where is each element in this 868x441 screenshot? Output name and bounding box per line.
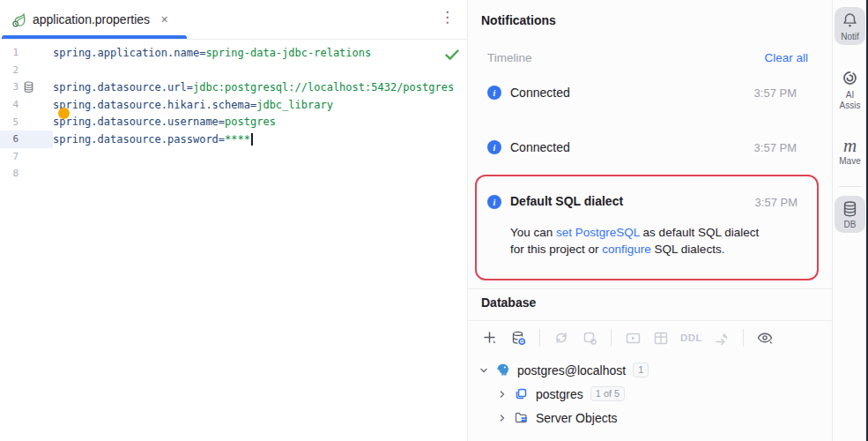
code-line: 3 spring.datasource.url=jdbc:postgresql:…	[0, 78, 467, 96]
body-text: as default SQL dialect	[640, 226, 759, 239]
code-line: 1spring.application.name=spring-data-jdb…	[0, 44, 467, 62]
body-text: SQL dialects.	[651, 243, 725, 256]
datasource-gutter-icon[interactable]	[23, 81, 34, 93]
inspection-warning-dot-icon[interactable]	[58, 108, 70, 119]
tree-row-database[interactable]: postgres 1 of 5	[468, 382, 832, 406]
code-line: 5spring.datasource.username=postgres	[0, 113, 467, 131]
configure-link[interactable]: configure	[602, 243, 651, 256]
chevron-right-icon[interactable]	[498, 414, 507, 422]
query-console-button[interactable]	[624, 329, 642, 347]
maven-m-icon: m	[843, 137, 857, 154]
tab-close-icon[interactable]: ✕	[160, 14, 168, 26]
info-icon: i	[487, 86, 501, 100]
property-value: jdbc_library	[256, 99, 333, 111]
notification-time: 3:57 PM	[754, 141, 797, 154]
line-number: 4	[0, 96, 19, 114]
editor-options-kebab-icon[interactable]: ⋮	[440, 10, 455, 25]
stripe-divider	[839, 186, 861, 187]
property-key: spring.datasource.url=	[53, 81, 193, 93]
timeline-label: Timeline	[487, 51, 532, 64]
jump-to-source-button[interactable]	[713, 329, 731, 347]
stripe-label: DB	[844, 220, 857, 229]
ddl-button[interactable]: DDL	[680, 333, 702, 343]
line-number: 8	[0, 165, 19, 183]
datasource-properties-button[interactable]	[509, 329, 527, 347]
stripe-database-button[interactable]: DB	[835, 196, 865, 233]
set-postgresql-link[interactable]: set PostgreSQL	[556, 226, 640, 239]
editor-tab-bar: application.properties ✕ ⋮	[0, 0, 467, 40]
inspections-ok-check-icon[interactable]	[444, 48, 460, 65]
line-number: 5	[0, 113, 19, 131]
right-tool-windows: Notifications Timeline Clear all i Conne…	[468, 0, 832, 441]
stripe-label: AI Assis	[835, 90, 865, 111]
property-value: jdbc:postgresql://localhost:5432/postgre…	[193, 81, 454, 93]
tab-application-properties[interactable]: application.properties ✕	[0, 0, 177, 39]
spring-boot-file-icon	[11, 12, 26, 27]
count-badge: 1	[633, 363, 649, 377]
new-datasource-plus-button[interactable]	[481, 329, 499, 347]
info-icon: i	[487, 140, 501, 154]
line-number: 3	[0, 78, 19, 96]
database-panel: Database	[468, 289, 832, 441]
active-tab-indicator	[2, 35, 187, 39]
timeline-row: Timeline Clear all	[487, 51, 808, 65]
code-line: 4spring.datasource.hikari.schema=jdbc_li…	[0, 96, 467, 114]
property-key: spring.datasource.hikari.schema=	[53, 99, 256, 111]
code-line: 7	[0, 148, 467, 166]
property-value: ****	[225, 133, 250, 146]
code-line: 2	[0, 62, 467, 79]
code-area[interactable]: 1spring.application.name=spring-data-jdb…	[0, 40, 467, 441]
notifications-panel: Notifications Timeline Clear all i Conne…	[468, 0, 832, 289]
ai-assistant-swirl-icon	[840, 68, 860, 88]
notification-body: You can set PostgreSQL as default SQL di…	[510, 225, 759, 258]
stripe-ai-assistant-button[interactable]: AI Assis	[835, 64, 865, 115]
view-options-eye-button[interactable]	[756, 329, 774, 347]
property-value: spring-data-jdbc-relations	[205, 47, 371, 59]
property-value: postgres	[225, 116, 276, 128]
line-number: 6	[0, 131, 19, 148]
body-text: You can	[510, 226, 556, 239]
clear-all-button[interactable]: Clear all	[764, 51, 808, 64]
property-key: spring.datasource.username=	[53, 116, 225, 128]
table-editor-button[interactable]	[652, 329, 670, 347]
database-schema-icon	[514, 386, 529, 401]
disconnect-button[interactable]	[581, 329, 598, 347]
tab-title: application.properties	[33, 12, 150, 26]
info-icon: i	[487, 195, 501, 209]
stripe-label: Notif	[841, 32, 859, 41]
notifications-title: Notifications	[481, 13, 556, 27]
stripe-maven-button[interactable]: m Mave	[835, 132, 865, 169]
tree-row-connection[interactable]: postgres@localhost 1	[468, 358, 832, 382]
database-title: Database	[481, 295, 536, 310]
notification-time: 3:57 PM	[755, 196, 798, 209]
refresh-button[interactable]	[553, 329, 570, 347]
notification-item[interactable]: i Connected 3:57 PM	[487, 85, 797, 101]
count-badge: 1 of 5	[590, 386, 626, 401]
notification-time: 3:57 PM	[754, 86, 797, 100]
toolbar-separator	[743, 329, 744, 347]
tree-label: Server Objects	[536, 411, 618, 425]
chevron-down-icon[interactable]	[479, 366, 488, 375]
database-toolbar: DDL	[481, 321, 774, 355]
bell-icon	[841, 11, 859, 30]
stripe-notifications-button[interactable]: Notif	[835, 7, 865, 45]
text-caret	[251, 133, 253, 146]
server-objects-folder-icon	[514, 410, 529, 425]
tree-row-server-objects[interactable]: Server Objects	[468, 406, 832, 430]
notification-item[interactable]: i Connected 3:57 PM	[487, 139, 797, 155]
property-key: spring.application.name=	[53, 47, 205, 59]
database-cylinder-icon	[842, 200, 858, 218]
chevron-right-icon[interactable]	[498, 390, 507, 399]
notification-title: Connected	[510, 140, 570, 154]
editor-panel: application.properties ✕ ⋮ 1spring.appli…	[0, 0, 468, 441]
notification-title: Connected	[510, 86, 570, 100]
property-key: spring.datasource.password=	[53, 133, 225, 146]
highlighted-notification-card[interactable]: i Default SQL dialect 3:57 PM You can se…	[475, 175, 819, 280]
code-line-current: 6spring.datasource.password=****	[0, 131, 467, 148]
database-tree: postgres@localhost 1 postgres 1 of 5 Ser…	[468, 358, 832, 430]
tree-label: postgres	[536, 387, 583, 401]
toolbar-separator	[539, 329, 540, 347]
line-number: 7	[0, 148, 19, 166]
tool-window-stripe: Notif AI Assis m Mave DB	[832, 0, 866, 441]
body-text: for this project or	[510, 243, 602, 256]
